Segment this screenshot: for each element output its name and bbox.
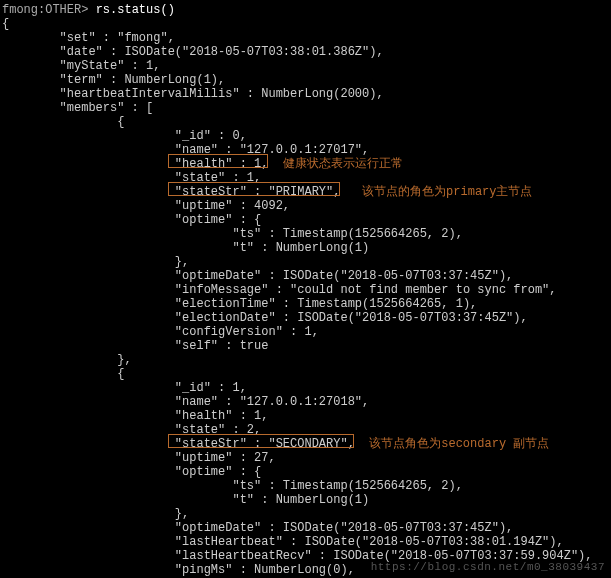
- line: "uptime" : 27,: [2, 451, 276, 465]
- line: {: [2, 367, 124, 381]
- highlight-box-health: [168, 154, 268, 168]
- line: {: [2, 115, 124, 129]
- line: "configVersion" : 1,: [2, 325, 319, 339]
- terminal-output: fmong:OTHER> rs.status() { "set" : "fmon…: [0, 0, 611, 578]
- line: "uptime" : 4092,: [2, 199, 290, 213]
- line: "name" : "127.0.0.1:27018",: [2, 395, 369, 409]
- line: "optimeDate" : ISODate("2018-05-07T03:37…: [2, 521, 513, 535]
- line: "electionTime" : Timestamp(1525664265, 1…: [2, 297, 477, 311]
- line: "date" : ISODate("2018-05-07T03:38:01.38…: [2, 45, 384, 59]
- line: },: [2, 255, 189, 269]
- watermark: https://blog.csdn.net/m0_38039437: [371, 560, 605, 574]
- line: "self" : true: [2, 339, 268, 353]
- command: rs.status(): [96, 3, 175, 17]
- line: "optimeDate" : ISODate("2018-05-07T03:37…: [2, 269, 513, 283]
- annotation-primary: 该节点的角色为primary主节点: [362, 185, 532, 199]
- line: "set" : "fmong",: [2, 31, 175, 45]
- line: {: [2, 17, 9, 31]
- line: "lastHeartbeat" : ISODate("2018-05-07T03…: [2, 535, 564, 549]
- highlight-box-primary: [168, 182, 340, 196]
- line: "t" : NumberLong(1): [2, 493, 369, 507]
- line: "electionDate" : ISODate("2018-05-07T03:…: [2, 311, 528, 325]
- line: "heartbeatIntervalMillis" : NumberLong(2…: [2, 87, 384, 101]
- line: "ts" : Timestamp(1525664265, 2),: [2, 227, 463, 241]
- line: "pingMs" : NumberLong(0),: [2, 563, 355, 577]
- line: },: [2, 507, 189, 521]
- line: "health" : 1,: [2, 409, 268, 423]
- line: "_id" : 0,: [2, 129, 247, 143]
- line: "optime" : {: [2, 465, 261, 479]
- line: "t" : NumberLong(1): [2, 241, 369, 255]
- prompt: fmong:OTHER>: [2, 3, 96, 17]
- line: "members" : [: [2, 101, 153, 115]
- line: "infoMessage" : "could not find member t…: [2, 283, 557, 297]
- line: "myState" : 1,: [2, 59, 160, 73]
- highlight-box-secondary: [168, 434, 354, 448]
- line: "optime" : {: [2, 213, 261, 227]
- line: "term" : NumberLong(1),: [2, 73, 225, 87]
- line: "ts" : Timestamp(1525664265, 2),: [2, 479, 463, 493]
- annotation-secondary: 该节点角色为secondary 副节点: [369, 437, 549, 451]
- line: },: [2, 353, 132, 367]
- line: "_id" : 1,: [2, 381, 247, 395]
- annotation-health: 健康状态表示运行正常: [283, 157, 403, 171]
